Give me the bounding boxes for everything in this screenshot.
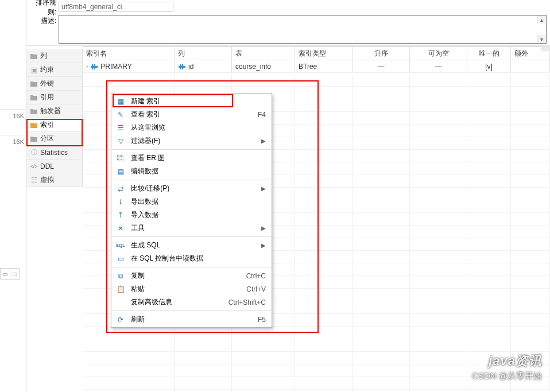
square-icon[interactable]: □ [10, 269, 20, 279]
menu-item[interactable]: ▭在 SQL 控制台中读数据 [111, 252, 272, 265]
sidebar-item-4[interactable]: 触发器 [26, 104, 82, 118]
menu-item-label: 新建 索引 [131, 96, 266, 106]
sort-rule-input[interactable] [59, 2, 173, 12]
col-header-column[interactable]: 列 [175, 47, 232, 60]
sidebar-item-5[interactable]: 索引 [26, 118, 82, 132]
menu-separator [112, 267, 271, 267]
sidebar-item-8[interactable]: </>DDL [26, 160, 82, 173]
svg-rect-2 [94, 64, 95, 69]
menu-item[interactable]: 📋粘贴Ctrl+V [111, 282, 272, 296]
menu-item-label: 生成 SQL [131, 240, 258, 250]
stack-icon[interactable]: ▭ [1, 269, 10, 279]
sidebar-item-label: 外键 [40, 79, 54, 88]
new-icon: ▦ [116, 97, 125, 106]
folder-icon [30, 121, 38, 129]
sidebar-item-9[interactable]: ☷虚拟 [26, 173, 82, 187]
col-header-type[interactable]: 索引类型 [295, 47, 353, 60]
menu-item[interactable]: ⤓导出数据 [111, 195, 272, 208]
menu-item[interactable]: ✕工具▶ [111, 222, 272, 235]
column-icon [178, 63, 186, 70]
menu-shortcut: Ctrl+Shift+C [228, 298, 266, 306]
menu-separator [112, 149, 271, 150]
table-header: 索引名 列 表 索引类型 升序 可为空 唯一的 额外 [83, 46, 550, 60]
folder-icon [30, 52, 38, 60]
menu-item[interactable]: ⿻查看 ER 图 [111, 152, 272, 165]
virtual-icon: ☷ [30, 176, 38, 184]
menu-item[interactable]: ▽过滤器(F)▶ [111, 134, 272, 148]
sidebar-item-label: 引用 [40, 92, 54, 102]
primary-key-icon [90, 63, 98, 70]
description-textarea[interactable]: ▴ ▾ [59, 15, 547, 44]
sidebar-item-label: Statistics [40, 149, 68, 157]
menu-item-label: 复制高级信息 [131, 297, 228, 307]
menu-item-label: 从这里浏览 [131, 123, 266, 133]
copy-icon: ⧉ [116, 271, 125, 281]
size-marker: 16K [0, 135, 25, 148]
import-icon: ⤒ [116, 211, 125, 220]
menu-item[interactable]: ▦新建 索引 [111, 95, 272, 108]
paste-icon: 📋 [116, 285, 125, 294]
description-label: 描述: [30, 15, 59, 44]
sidebar-item-6[interactable]: 分区 [26, 132, 82, 146]
menu-item-label: 刷新 [131, 315, 258, 324]
menu-separator [112, 236, 271, 237]
table-row[interactable]: › PRIMARY id course_info BTree — — [v] [83, 60, 550, 73]
sidebar-item-3[interactable]: 引用 [26, 91, 82, 104]
context-menu[interactable]: ▦新建 索引✎查看 索引F4☰从这里浏览▽过滤器(F)▶⿻查看 ER 图▤编辑数… [111, 93, 272, 328]
col-header-name[interactable]: 索引名 [83, 47, 175, 60]
left-gutter: 16K 16K ▭ □ [0, 0, 26, 392]
menu-shortcut: Ctrl+V [246, 285, 266, 293]
menu-item[interactable]: ▤编辑数据 [111, 165, 272, 178]
menu-item-label: 导出数据 [131, 197, 266, 207]
menu-item[interactable]: ⟳刷新F5 [111, 313, 272, 326]
submenu-arrow-icon: ▶ [261, 138, 266, 144]
menu-shortcut: Ctrl+C [246, 272, 266, 280]
index-column: id [188, 63, 193, 71]
scroll-down-icon[interactable]: ▾ [537, 35, 546, 43]
index-asc: — [353, 60, 410, 72]
menu-item[interactable]: ⤒导入数据 [111, 208, 272, 222]
menu-item-label: 粘贴 [131, 284, 246, 294]
menu-item[interactable]: ⇄比较/迁移(P)▶ [111, 182, 272, 195]
sidebar-item-label: 虚拟 [40, 175, 54, 185]
svg-rect-5 [182, 64, 183, 69]
menu-item-label: 过滤器(F) [131, 136, 258, 146]
menu-item[interactable]: SQL生成 SQL▶ [111, 239, 272, 252]
menu-item-label: 编辑数据 [131, 166, 266, 176]
col-header-unique[interactable]: 唯一的 [467, 47, 511, 60]
menu-item-label: 在 SQL 控制台中读数据 [131, 254, 266, 263]
expand-icon[interactable]: › [86, 63, 88, 69]
sidebar-item-2[interactable]: 外键 [26, 77, 82, 91]
folder-icon [30, 80, 38, 88]
sidebar: 列▣约束外键引用触发器索引分区ⓘStatistics</>DDL☷虚拟 [26, 49, 83, 187]
submenu-arrow-icon: ▶ [261, 242, 266, 249]
sidebar-item-0[interactable]: 列 [26, 49, 82, 63]
menu-item[interactable]: ✎查看 索引F4 [111, 108, 272, 121]
sidebar-item-1[interactable]: ▣约束 [26, 63, 82, 77]
scroll-indicator [541, 46, 550, 51]
code-icon: </> [30, 162, 38, 170]
menu-item[interactable]: ☰从这里浏览 [111, 121, 272, 134]
menu-item[interactable]: ⧉复制Ctrl+C [111, 269, 272, 282]
compare-icon: ⇄ [116, 184, 125, 193]
menu-item[interactable]: 复制高级信息Ctrl+Shift+C [111, 296, 272, 309]
submenu-arrow-icon: ▶ [261, 225, 266, 231]
svg-rect-4 [180, 64, 181, 69]
sidebar-item-label: DDL [40, 162, 54, 170]
mini-toolbar[interactable]: ▭ □ [0, 268, 20, 280]
sidebar-item-7[interactable]: ⓘStatistics [26, 146, 82, 160]
col-header-null[interactable]: 可为空 [410, 47, 467, 60]
top-area: 排序规则: 描述: ▴ ▾ [26, 0, 550, 46]
scroll-up-icon[interactable]: ▴ [537, 15, 546, 24]
menu-shortcut: F5 [258, 316, 266, 324]
sidebar-item-label: 索引 [40, 120, 54, 130]
svg-rect-1 [92, 64, 93, 69]
index-extra [511, 60, 550, 72]
col-header-table[interactable]: 表 [232, 47, 295, 60]
export-icon: ⤓ [116, 197, 125, 207]
filter-icon: ▽ [116, 137, 125, 146]
sidebar-item-label: 约束 [40, 65, 54, 75]
col-header-asc[interactable]: 升序 [353, 47, 410, 60]
menu-item-label: 导入数据 [131, 210, 266, 220]
er-icon: ⿻ [116, 154, 125, 163]
